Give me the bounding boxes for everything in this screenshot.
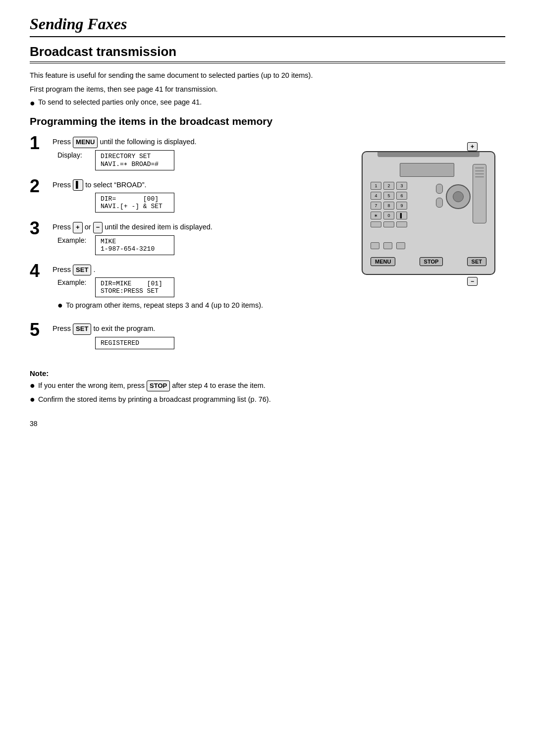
- step-5-key-set: SET: [73, 324, 91, 335]
- step-1-display-line-2: NAVI.=∗ BROAD=#: [101, 160, 169, 168]
- step-5-press: Press: [53, 324, 73, 332]
- step-3-display-row: Example: MIKE 1-987-654-3210: [57, 235, 342, 255]
- key-6: 6: [396, 192, 407, 200]
- step-5-text: Press SET to exit the program.: [53, 323, 342, 335]
- fax-diagram-area: + 1 2 3: [352, 136, 505, 358]
- stop-key-note: STOP: [147, 380, 170, 391]
- step-3-display: MIKE 1-987-654-3210: [95, 235, 174, 255]
- step-1-text: Press MENU until the following is displa…: [53, 136, 342, 148]
- key-0: 0: [383, 212, 394, 219]
- step-5-display-row: REGISTERED: [57, 337, 342, 349]
- bottom-btn-2: [383, 242, 392, 249]
- minus-button-diagram: −: [467, 277, 478, 286]
- fax-keypad: 1 2 3 4 5 6 7 8: [371, 182, 407, 227]
- note-bullet-1-dot: ●: [30, 380, 35, 391]
- bottom-btn-3: [396, 242, 405, 249]
- step-2-text: Press ▌ to select “BROAD”.: [53, 179, 342, 191]
- note-bullet-2: ● Confirm the stored items by printing a…: [30, 394, 505, 405]
- key-9: 9: [396, 202, 407, 210]
- step-5-number: 5: [30, 321, 48, 339]
- main-title-section: Sending Faxes: [30, 15, 505, 37]
- page-container: Sending Faxes Broadcast transmission Thi…: [30, 15, 505, 428]
- step-4-bullet: ● To program other items, repeat steps 3…: [57, 300, 342, 311]
- step-4-after: .: [93, 266, 95, 273]
- side-btn-1: [436, 184, 443, 194]
- step-1-display-line-1: DIRECTORY SET: [101, 153, 169, 160]
- step-1: 1 Press MENU until the following is disp…: [30, 136, 342, 170]
- step-4-content: Press SET . Example: DIR=MIKE [01] STORE…: [53, 264, 342, 314]
- note-bullet-2-text: Confirm the stored items by printing a b…: [38, 394, 271, 405]
- bottom-btn-1: [371, 242, 379, 249]
- page-number: 38: [30, 420, 505, 428]
- step-3-after: until the desired item is displayed.: [105, 223, 213, 231]
- step-3-text: Press + or − until the desired item is d…: [53, 221, 342, 233]
- step-1-display: DIRECTORY SET NAVI.=∗ BROAD=#: [95, 150, 174, 170]
- step-4-key-set: SET: [73, 265, 91, 276]
- step-5: 5 Press SET to exit the program. REGISTE…: [30, 323, 342, 349]
- step-2-display-row: DIR= [00] NAVI.[+ -] & SET: [57, 193, 342, 213]
- step-2-key: ▌: [73, 179, 83, 191]
- key-2: 2: [383, 182, 394, 190]
- step-4: 4 Press SET . Example: DIR=MIKE [01] STO…: [30, 264, 342, 314]
- note-title: Note:: [30, 369, 505, 378]
- key-extra-2: [383, 221, 394, 227]
- speaker-line: [475, 176, 484, 177]
- note-bullet-1: ● If you enter the wrong item, press STO…: [30, 380, 505, 391]
- note-bullet-2-dot: ●: [30, 394, 35, 405]
- plus-button-diagram: +: [467, 142, 478, 151]
- note-bullet-1-text: If you enter the wrong item, press STOP …: [38, 380, 266, 391]
- fax-speaker-lines: [473, 164, 486, 180]
- key-4: 4: [371, 192, 381, 200]
- step-3-display-line-1: MIKE: [101, 238, 169, 245]
- step-2: 2 Press ▌ to select “BROAD”. DIR= [00] N…: [30, 179, 342, 213]
- step-3-press: Press: [53, 223, 73, 231]
- step-1-key-menu: MENU: [73, 137, 98, 148]
- step-1-press: Press: [53, 138, 71, 146]
- step-4-bullet-dot: ●: [57, 300, 63, 311]
- steps-left: 1 Press MENU until the following is disp…: [30, 136, 352, 358]
- step-4-number: 4: [30, 262, 48, 280]
- key-3: 3: [396, 182, 407, 190]
- step-2-number: 2: [30, 177, 48, 195]
- speaker-line: [475, 167, 484, 168]
- step-2-content: Press ▌ to select “BROAD”. DIR= [00] NAV…: [53, 179, 342, 213]
- step-1-display-row: Display: DIRECTORY SET NAVI.=∗ BROAD=#: [57, 150, 342, 170]
- step-4-text: Press SET .: [53, 264, 342, 276]
- step-3-key-plus: +: [73, 222, 83, 233]
- stop-button: STOP: [420, 257, 443, 266]
- step-5-display: REGISTERED: [95, 337, 174, 349]
- step-3: 3 Press + or − until the desired item is…: [30, 221, 342, 255]
- step-1-after: until the following is displayed.: [100, 138, 196, 146]
- fax-speaker: [473, 164, 486, 223]
- step-2-press: Press: [53, 181, 73, 189]
- step-4-display-row: Example: DIR=MIKE [01] STORE:PRESS SET: [57, 277, 342, 297]
- step-3-label: Example:: [57, 236, 92, 244]
- key-hash: ▌: [396, 212, 407, 219]
- main-title: Sending Faxes: [30, 15, 505, 33]
- step-5-after: to exit the program.: [93, 324, 155, 332]
- note-section: Note: ● If you enter the wrong item, pre…: [30, 369, 505, 405]
- step-1-label: Display:: [57, 151, 92, 159]
- steps-and-diagram: 1 Press MENU until the following is disp…: [30, 136, 505, 358]
- step-4-press: Press: [53, 266, 73, 273]
- step-2-display-line-1: DIR= [00]: [101, 195, 169, 203]
- step-1-number: 1: [30, 134, 48, 152]
- step-3-or: or: [85, 223, 93, 231]
- nav-circle: [446, 184, 471, 209]
- key-star: ∗: [371, 212, 381, 219]
- fax-screen: [400, 163, 454, 177]
- step-4-label: Example:: [57, 278, 92, 286]
- key-1: 1: [371, 182, 381, 190]
- bullet-dot: ●: [30, 98, 35, 109]
- step-4-display: DIR=MIKE [01] STORE:PRESS SET: [95, 277, 174, 297]
- speaker-line: [475, 173, 484, 174]
- step-3-number: 3: [30, 219, 48, 237]
- key-7: 7: [371, 202, 381, 210]
- step-2-display-line-2: NAVI.[+ -] & SET: [101, 203, 169, 210]
- paper-slot: [377, 152, 480, 157]
- fax-machine-body: 1 2 3 4 5 6 7 8: [362, 151, 495, 275]
- step-5-display-line-1: REGISTERED: [101, 339, 169, 347]
- nav-inner-circle: [453, 191, 464, 202]
- step-2-display: DIR= [00] NAVI.[+ -] & SET: [95, 193, 174, 213]
- set-button: SET: [467, 257, 486, 266]
